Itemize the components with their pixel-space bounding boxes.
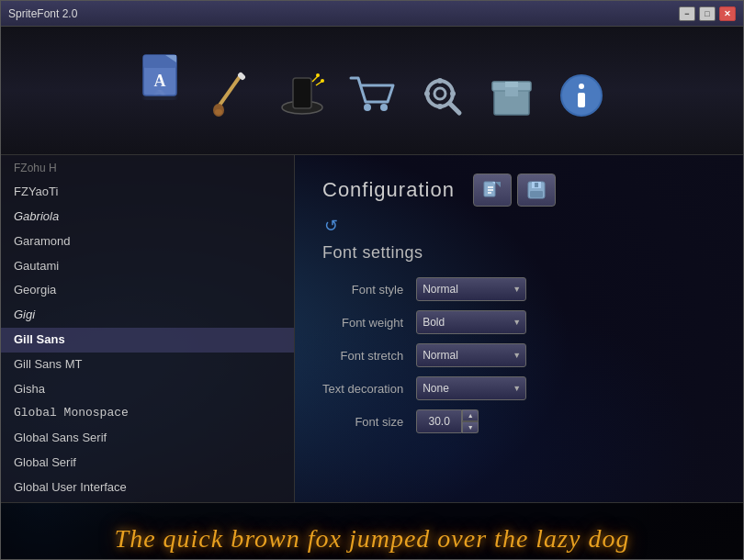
font-style-label: Font style <box>322 283 403 297</box>
toolbar-icons: A A <box>137 51 607 130</box>
font-stretch-select[interactable]: Condensed Normal Expanded <box>416 343 526 367</box>
font-size-label: Font size <box>322 415 403 429</box>
svg-line-7 <box>219 75 241 106</box>
text-decoration-dropdown-wrapper: None Underline Strikethrough Overline <box>416 376 526 400</box>
font-list-item[interactable]: Global Sans Serif <box>1 426 294 451</box>
font-weight-dropdown-wrapper: Thin Light Normal Bold Extra Bold <box>416 310 526 334</box>
font-size-spinner: 30.0 ▲ ▼ <box>416 409 479 433</box>
svg-point-22 <box>437 78 443 84</box>
svg-point-24 <box>424 91 430 96</box>
font-list-item[interactable]: Garamond <box>1 230 294 254</box>
font-weight-control: Thin Light Normal Bold Extra Bold <box>416 310 716 334</box>
font-weight-select[interactable]: Thin Light Normal Bold Extra Bold <box>416 310 526 334</box>
svg-point-14 <box>316 73 320 77</box>
font-list-item[interactable]: Gill Sans <box>1 328 294 353</box>
config-panel: Configuration <box>295 155 743 502</box>
font-list-item[interactable]: FZohu H <box>1 157 294 180</box>
svg-rect-42 <box>530 191 543 197</box>
window-title: SpriteFont 2.0 <box>8 7 77 20</box>
main-content: A A <box>1 27 743 559</box>
config-header: Configuration <box>322 174 716 207</box>
import-button[interactable] <box>473 174 512 207</box>
font-stretch-control: Condensed Normal Expanded <box>416 343 716 367</box>
toolbar-info-icon[interactable] <box>556 70 607 121</box>
toolbar-brush-icon[interactable] <box>207 70 258 121</box>
font-icon-reflection: A <box>137 94 188 103</box>
font-list-item[interactable]: Gautami <box>1 254 294 279</box>
font-list-item[interactable]: Gigi <box>1 303 294 328</box>
window-controls: − □ ✕ <box>679 6 736 21</box>
toolbar-cart-icon[interactable] <box>346 70 398 121</box>
info-icon <box>556 70 607 121</box>
font-list-item[interactable]: FZYaoTi <box>1 180 294 205</box>
toolbar-font-icon[interactable]: A A <box>137 51 188 121</box>
svg-point-17 <box>364 104 371 111</box>
brush-icon <box>207 70 258 121</box>
preview-text: The quick brown fox jumped over the lazy… <box>115 524 630 554</box>
svg-line-15 <box>316 82 321 85</box>
toolbar: A A <box>1 27 743 155</box>
preview-area: The quick brown fox jumped over the lazy… <box>1 502 743 559</box>
svg-line-13 <box>312 76 318 82</box>
close-button[interactable]: ✕ <box>719 6 736 21</box>
svg-rect-33 <box>484 182 495 196</box>
font-size-down-button[interactable]: ▼ <box>462 421 479 433</box>
font-style-select[interactable]: Normal Italic Oblique <box>416 277 526 301</box>
svg-point-31 <box>579 84 584 89</box>
font-list-item[interactable]: Global Monospace <box>1 401 294 426</box>
font-size-up-button[interactable]: ▲ <box>462 409 479 421</box>
config-subtitle-icon: ↺ <box>324 216 716 236</box>
toolbar-gear-icon[interactable] <box>416 70 468 121</box>
svg-point-20 <box>434 88 445 99</box>
svg-point-23 <box>437 104 443 109</box>
body-area: FZohu HFZYaoTiGabriolaGaramondGautamiGeo… <box>1 155 743 502</box>
font-settings-title: Font settings <box>322 243 716 263</box>
text-decoration-select[interactable]: None Underline Strikethrough Overline <box>416 376 526 400</box>
svg-line-21 <box>450 104 459 113</box>
config-action-buttons <box>473 174 556 207</box>
toolbar-magic-icon[interactable] <box>276 70 328 121</box>
svg-rect-32 <box>578 93 585 107</box>
font-list-scroll[interactable]: FZohu HFZYaoTiGabriolaGaramondGautamiGeo… <box>1 155 294 502</box>
font-stretch-label: Font stretch <box>322 349 403 363</box>
svg-rect-12 <box>293 78 311 108</box>
font-list-item[interactable]: Gisha <box>1 377 294 402</box>
maximize-button[interactable]: □ <box>699 6 716 21</box>
svg-point-18 <box>380 104 388 111</box>
svg-rect-41 <box>535 183 538 187</box>
gear-icon <box>416 70 468 121</box>
font-stretch-dropdown-wrapper: Condensed Normal Expanded <box>416 343 526 367</box>
svg-rect-29 <box>505 87 518 96</box>
toolbar-box-icon[interactable] <box>486 70 537 121</box>
svg-line-8 <box>241 75 242 77</box>
font-size-spinners: ▲ ▼ <box>462 409 479 433</box>
svg-marker-34 <box>495 182 501 187</box>
font-size-control: 30.0 ▲ ▼ <box>416 409 716 433</box>
settings-grid: Font style Normal Italic Oblique Font we… <box>322 277 716 433</box>
font-list-panel: FZohu HFZYaoTiGabriolaGaramondGautamiGeo… <box>1 155 295 502</box>
minimize-button[interactable]: − <box>679 6 695 21</box>
config-title: Configuration <box>322 178 455 202</box>
font-list-item[interactable]: Gill Sans MT <box>1 353 294 377</box>
font-size-value: 30.0 <box>416 409 462 433</box>
font-list-item[interactable]: Gabriola <box>1 205 294 230</box>
font-list-item[interactable]: Georgia <box>1 278 294 303</box>
svg-point-25 <box>450 91 456 96</box>
title-bar: SpriteFont 2.0 − □ ✕ <box>1 1 743 27</box>
font-list-item[interactable]: Global Serif <box>1 451 294 476</box>
font-style-dropdown-wrapper: Normal Italic Oblique <box>416 277 526 301</box>
text-decoration-control: None Underline Strikethrough Overline <box>416 376 716 400</box>
font-list-item[interactable]: Global User Interface <box>1 476 294 500</box>
svg-text:A: A <box>153 87 166 96</box>
main-window: SpriteFont 2.0 − □ ✕ A <box>0 0 744 560</box>
save-button[interactable] <box>517 174 556 207</box>
svg-point-10 <box>215 109 222 115</box>
svg-point-16 <box>321 79 324 83</box>
magic-hat-icon <box>276 70 328 121</box>
text-decoration-label: Text decoration <box>322 382 403 396</box>
cart-icon <box>346 70 398 121</box>
box-icon <box>486 70 537 121</box>
font-weight-label: Font weight <box>322 316 403 330</box>
font-style-control: Normal Italic Oblique <box>416 277 716 301</box>
